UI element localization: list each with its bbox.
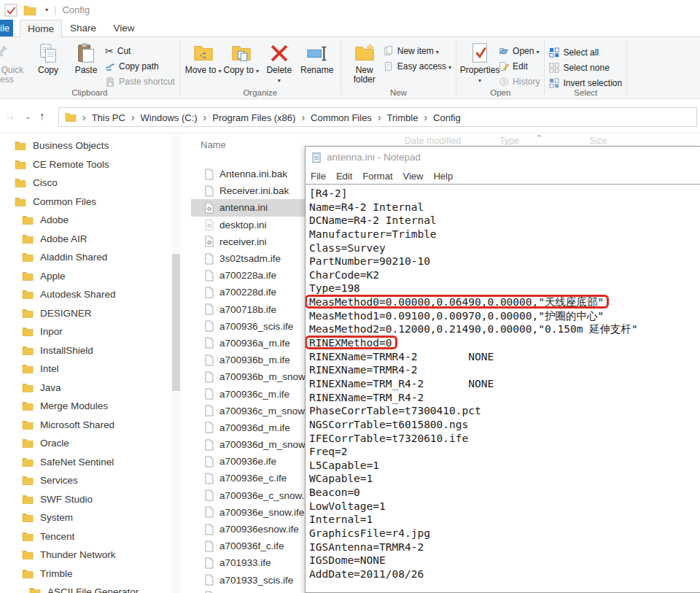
file-row[interactable]: receiver.ini [191,233,305,250]
sidebar-item[interactable]: InstallShield [0,341,182,360]
file-row[interactable]: Antenna.ini.bak [191,166,305,182]
file-row[interactable]: a700936b_m.ife [191,352,305,368]
sidebar-item[interactable]: Thunder Network [0,546,182,565]
tab-home[interactable]: Home [20,20,62,37]
breadcrumb-item[interactable]: Program Files (x86) [212,112,295,123]
copy-to-button[interactable]: Copy to [222,41,260,77]
sidebar-item[interactable]: CE Remote Tools [0,155,182,174]
file-row[interactable]: a700718b.ife [191,301,305,318]
file-row[interactable]: a700936c_m.ife [191,385,305,402]
paste-button[interactable]: Paste [67,41,105,77]
move-to-button[interactable]: Move to [184,41,222,77]
sidebar-item[interactable]: ASCII File Generator [0,583,182,593]
file-row[interactable]: a701933_scis.ife [191,572,305,589]
file-icon [204,253,214,265]
sidebar-item[interactable]: DESIGNER [0,304,182,323]
sidebar-item[interactable]: SWF Studio [0,490,182,509]
sort-caret-icon[interactable]: ⌃ [536,133,542,143]
file-row[interactable]: 3s02tsadm.ife [191,250,305,267]
pin-to-quick-access-button[interactable]: Pin to Quick access [0,41,29,86]
sidebar-item[interactable]: Inpor [0,322,182,341]
file-row[interactable]: a700936e_snow.ife [191,504,305,521]
folder-icon[interactable] [23,4,36,17]
breadcrumb-item[interactable]: This PC [92,112,125,123]
sidebar-item[interactable]: Java [0,379,182,398]
up-arrow-icon[interactable]: ↑ [39,109,45,122]
sidebar-item[interactable]: Adobe AIR [0,230,182,249]
open-button[interactable]: Open [499,44,540,58]
sidebar-item[interactable]: Tencent [0,527,182,546]
file-row[interactable]: a701933.ife [191,554,305,571]
copy-button[interactable]: Copy [29,41,67,77]
delete-button[interactable]: Delete [260,41,298,87]
sidebar-item-label: InstallShield [40,345,93,356]
breadcrumb-item[interactable]: Config [433,112,461,123]
menu-help[interactable]: Help [433,171,453,182]
menu-edit[interactable]: Edit [336,171,352,182]
sidebar-item[interactable]: Oracle [0,434,182,453]
file-row[interactable]: a700936d_m_snow.ife [191,436,305,453]
edit-button[interactable]: Edit [499,59,540,73]
breadcrumb-item[interactable]: Trimble [387,112,419,123]
notepad-title-bar[interactable]: antenna.ini - Notepad [306,147,700,168]
file-row[interactable]: desktop.ini [191,217,305,233]
history-button[interactable]: History [499,74,540,88]
tab-view[interactable]: View [106,20,142,36]
title-bar[interactable]: ▾ | Config [0,0,700,20]
tab-share[interactable]: Share [64,20,102,36]
file-row[interactable]: a700936e_c.ife [191,470,305,487]
checkbox-check-icon[interactable] [4,4,18,17]
file-row[interactable]: a700936esnow.ife [191,521,305,538]
menu-view[interactable]: View [403,171,424,182]
file-row[interactable]: a700936e_c_snow.ife [191,487,305,504]
menu-file[interactable]: File [311,171,326,182]
sidebar-item[interactable]: Merge Modules [0,397,182,416]
sidebar-item[interactable]: Aladdin Shared [0,248,182,267]
sidebar-item[interactable]: Intel [0,360,182,379]
quick-access-toolbar-caret-icon[interactable]: ▾ [45,7,48,13]
file-row[interactable]: a700936f_c.ife [191,538,305,554]
easy-access-button[interactable]: Easy access [384,59,451,73]
column-header-name[interactable]: Name [201,139,226,150]
sidebar-item[interactable]: Services [0,471,182,490]
recent-locations-caret-icon[interactable]: ⌄ [25,112,31,120]
file-row[interactable]: a700936b_m_snow.ife [191,368,305,385]
file-row[interactable]: a700936e.ife [191,453,305,470]
file-row[interactable]: a700936d_m.ife [191,419,305,436]
breadcrumb-item[interactable]: Windows (C:) [141,112,198,123]
sidebar-item[interactable]: Business Objects [0,136,182,155]
file-row[interactable]: a700228d.ife [191,284,305,301]
file-row[interactable]: a701933_scit.ife [191,589,305,593]
breadcrumb[interactable]: This PCWindows (C:)Program Files (x86)Co… [58,107,697,127]
sidebar-item[interactable]: SafeNet Sentinel [0,453,182,472]
select-none-button[interactable]: Select none [549,61,622,74]
file-row[interactable]: a700228a.ife [191,267,305,284]
new-item-button[interactable]: New item [384,44,451,58]
file-row[interactable]: Receiver.ini.bak [191,182,305,199]
forward-arrow-icon[interactable]: → [4,109,15,122]
rename-button[interactable]: Rename [298,41,336,77]
notepad-text-area[interactable]: [R4-2]Name=R4-2 InternalDCName=R4-2 Inte… [306,185,700,592]
sidebar-item[interactable]: Common Files [0,193,182,212]
select-all-button[interactable]: Select all [549,45,622,59]
file-row[interactable]: a700936_scis.ife [191,318,305,335]
new-folder-button[interactable]: New folder [346,41,384,86]
sidebar-item[interactable]: Autodesk Shared [0,285,182,304]
menu-format[interactable]: Format [362,171,392,182]
sidebar-item[interactable]: Adobe [0,211,182,230]
sidebar-item[interactable]: Microsoft Shared [0,416,182,435]
breadcrumb-item[interactable]: Common Files [311,112,372,123]
paste-shortcut-button[interactable]: Paste shortcut [105,74,175,88]
sidebar-item[interactable]: Cisco [0,174,182,193]
file-row[interactable]: a700936c_m_snow.ife [191,403,305,419]
file-row[interactable]: antenna.ini [191,199,305,216]
sidebar-item[interactable]: System [0,508,182,527]
properties-button[interactable]: Properties [461,41,499,87]
copy-path-button[interactable]: Copy path [105,59,175,73]
tab-file[interactable]: File [0,20,13,36]
cut-button[interactable]: ✂ Cut [105,44,175,58]
sidebar-item[interactable]: Apple [0,267,182,286]
sidebar-scrollbar-thumb[interactable] [172,254,180,391]
sidebar-item[interactable]: Trimble [0,565,182,584]
file-row[interactable]: a700936a_m.ife [191,335,305,352]
